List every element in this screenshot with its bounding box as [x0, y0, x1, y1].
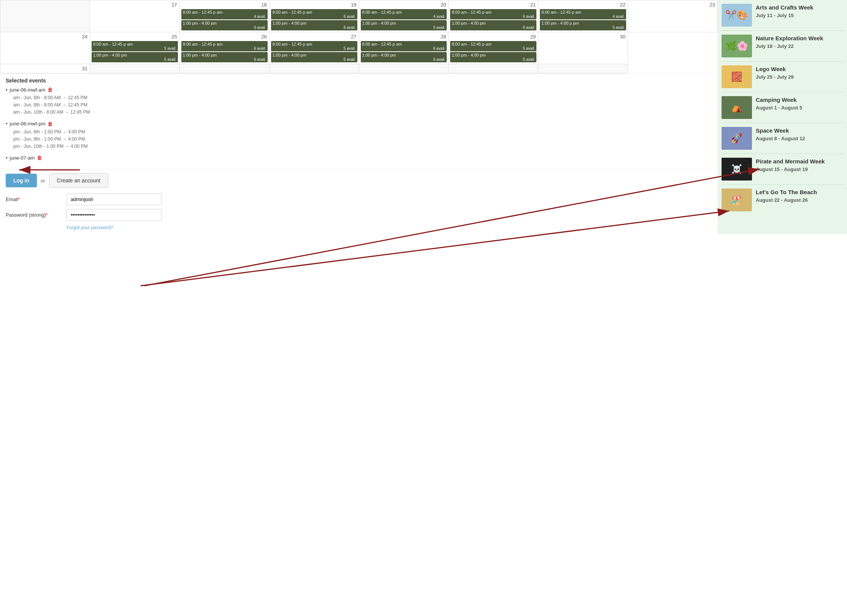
event-block[interactable]: 1:00 pm - 4:00 pm5 avail.	[181, 20, 268, 30]
event-details: am - Jun, 6th - 8:00 AM → 12:45 PMam - J…	[13, 94, 712, 116]
day-number: 20	[360, 1, 448, 8]
sidebar-item-dates: July 11 - July 15	[756, 13, 813, 18]
sidebar-item-text: Let's Go To The Beach August 22 - August…	[756, 188, 817, 203]
event-block[interactable]: 1:00 pm - 4:00 pm5 avail.	[271, 52, 357, 62]
sidebar-item-dates: July 18 - July 22	[756, 43, 823, 49]
event-block[interactable]: 8:00 am - 12:45 p am5 avail.	[92, 41, 178, 51]
event-block[interactable]: 8:00 am - 12:45 p am5 avail.	[450, 41, 536, 51]
login-button[interactable]: Log in	[6, 174, 37, 187]
calendar-cell	[359, 64, 449, 73]
sidebar-item-title: Arts and Crafts Week	[756, 4, 813, 11]
calendar-cell: 298:00 am - 12:45 p am5 avail.1:00 pm - …	[449, 32, 538, 64]
event-block[interactable]: 1:00 pm - 4:00 pm6 avail.	[271, 20, 357, 30]
event-block[interactable]: 8:00 am - 12:45 p am4 avail.	[181, 9, 268, 19]
calendar-cell: 228:00 am - 12:45 p am4 avail.1:00 pm - …	[538, 0, 628, 32]
main-content: 17188:00 am - 12:45 p am4 avail.1:00 pm …	[0, 0, 718, 234]
password-row: Password (strong)*	[6, 209, 712, 221]
calendar-section: 17188:00 am - 12:45 p am4 avail.1:00 pm …	[0, 0, 718, 73]
day-number: 21	[449, 1, 537, 8]
calendar-cell: 288:00 am - 12:45 p am6 avail.1:00 pm - …	[359, 32, 449, 64]
sidebar-item[interactable]: ✂️🎨 Arts and Crafts Week July 11 - July …	[722, 4, 843, 31]
calendar-cell: 31	[0, 64, 90, 73]
event-block[interactable]: 1:00 pm - 4:00 pm6 avail.	[181, 52, 268, 62]
auth-section: Log in or Create an account Email* Passw…	[0, 169, 718, 234]
password-label: Password (strong)*	[6, 212, 67, 218]
sidebar-item[interactable]: 🧱 Lego Week July 25 - July 29	[722, 65, 843, 92]
delete-icon[interactable]: 🗑	[48, 87, 53, 93]
sidebar-item[interactable]: 🏖️ Let's Go To The Beach August 22 - Aug…	[722, 188, 843, 215]
sidebar-item[interactable]: ☠️ Pirate and Mermaid Week August 15 - A…	[722, 158, 843, 185]
event-block[interactable]: 8:00 am - 12:45 p am6 avail.	[450, 9, 536, 19]
sidebar-item-title: Space Week	[756, 127, 805, 135]
event-block[interactable]: 8:00 am - 12:45 p am6 avail.	[361, 41, 447, 51]
event-detail-item: am - Jun, 8th - 8:00 AM → 12:45 PM	[13, 101, 712, 109]
event-group-title: • june-06-mwf-am 🗑	[6, 87, 712, 93]
event-group-id: june-06-mwf-pm	[10, 121, 46, 127]
sidebar-item-text: Pirate and Mermaid Week August 15 - Augu…	[756, 158, 825, 172]
email-input[interactable]	[67, 193, 162, 205]
sidebar-item-image: 🏖️	[722, 188, 752, 211]
event-block[interactable]: 1:00 pm - 4:00 pm6 avail.	[450, 20, 536, 30]
event-block[interactable]: 8:00 am - 12:45 p am5 avail.	[271, 41, 357, 51]
sidebar-item-title: Let's Go To The Beach	[756, 188, 817, 196]
sidebar-item-image: ☠️	[722, 158, 752, 181]
forgot-password-link[interactable]: Forgot your password?	[67, 225, 113, 230]
sidebar: ✂️🎨 Arts and Crafts Week July 11 - July …	[718, 0, 847, 234]
sidebar-item-title: Lego Week	[756, 65, 794, 73]
calendar-cell: 24	[0, 32, 90, 64]
event-block[interactable]: 1:00 pm - 4:00 pm5 avail.	[92, 52, 178, 62]
delete-icon[interactable]: 🗑	[37, 155, 42, 161]
day-number: 29	[449, 33, 537, 40]
calendar-cell	[90, 64, 179, 73]
sidebar-item-image: 🌿🌸	[722, 35, 752, 57]
event-group-id: june-06-mwf-am	[10, 87, 46, 93]
sidebar-item[interactable]: ⛺ Camping Week August 1 - August 5	[722, 96, 843, 123]
day-number: 17	[91, 1, 179, 8]
event-block[interactable]: 1:00 pm - 4:00 pm5 avail.	[361, 20, 447, 30]
calendar-cell: 30	[538, 32, 628, 64]
sidebar-item-dates: August 15 - August 19	[756, 166, 825, 172]
calendar-cell: 218:00 am - 12:45 p am6 avail.1:00 pm - …	[449, 0, 538, 32]
event-detail-item: am - Jun, 10th - 8:00 AM → 12:45 PM	[13, 109, 712, 116]
event-group: • june-07-am 🗑	[6, 155, 712, 161]
sidebar-item-text: Arts and Crafts Week July 11 - July 15	[756, 4, 813, 18]
day-number: 22	[539, 1, 627, 8]
calendar-table: 17188:00 am - 12:45 p am4 avail.1:00 pm …	[0, 0, 718, 73]
day-number: 24	[1, 33, 89, 40]
event-detail-item: pm - Jun, 10th - 1:00 PM → 4:00 PM	[13, 143, 712, 150]
day-number: 27	[270, 33, 358, 40]
email-row: Email*	[6, 193, 712, 205]
event-group-title: • june-06-mwf-pm 🗑	[6, 121, 712, 127]
calendar-cell: 278:00 am - 12:45 p am5 avail.1:00 pm - …	[269, 32, 359, 64]
sidebar-item-dates: August 8 - August 12	[756, 136, 805, 141]
calendar-cell	[269, 64, 359, 73]
left-bottom-area[interactable]: Selected events • june-06-mwf-am 🗑am - J…	[0, 73, 718, 234]
sidebar-item[interactable]: 🚀 Space Week August 8 - August 12	[722, 127, 843, 154]
create-account-button[interactable]: Create an account	[49, 173, 108, 188]
delete-icon[interactable]: 🗑	[48, 121, 53, 127]
sidebar-item-dates: July 25 - July 29	[756, 74, 794, 80]
day-number: 30	[539, 33, 627, 40]
event-block[interactable]: 1:00 pm - 4:00 pm6 avail.	[361, 52, 447, 62]
sidebar-item-text: Space Week August 8 - August 12	[756, 127, 805, 141]
event-block[interactable]: 8:00 am - 12:45 p am6 avail.	[181, 41, 268, 51]
event-block[interactable]: 8:00 am - 12:45 p am4 avail.	[361, 9, 447, 19]
sidebar-item[interactable]: 🌿🌸 Nature Exploration Week July 18 - Jul…	[722, 35, 843, 62]
password-input[interactable]	[67, 209, 162, 221]
event-block[interactable]: 1:00 pm - 4:00 pm5 avail.	[450, 52, 536, 62]
sidebar-item-text: Camping Week August 1 - August 5	[756, 96, 802, 111]
event-detail-item: pm - Jun, 6th - 1:00 PM → 4:00 PM	[13, 128, 712, 136]
event-detail-item: pm - Jun, 8th - 1:00 PM → 4:00 PM	[13, 136, 712, 143]
sidebar-item-image: ⛺	[722, 96, 752, 119]
sidebar-item-image: ✂️🎨	[722, 4, 752, 27]
sidebar-item-image: 🧱	[722, 65, 752, 88]
calendar-cell: 208:00 am - 12:45 p am4 avail.1:00 pm - …	[359, 0, 449, 32]
event-group: • june-06-mwf-pm 🗑pm - Jun, 6th - 1:00 P…	[6, 121, 712, 150]
event-block[interactable]: 8:00 am - 12:45 p am6 avail.	[271, 9, 357, 19]
day-number: 23	[629, 1, 717, 8]
event-block[interactable]: 1:00 pm - 4:00 p pm5 avail.	[540, 20, 626, 30]
event-block[interactable]: 8:00 am - 12:45 p am4 avail.	[540, 9, 626, 19]
calendar-cell: 23	[628, 0, 718, 32]
calendar-cell	[179, 64, 269, 73]
calendar-cell: 198:00 am - 12:45 p am6 avail.1:00 pm - …	[269, 0, 359, 32]
